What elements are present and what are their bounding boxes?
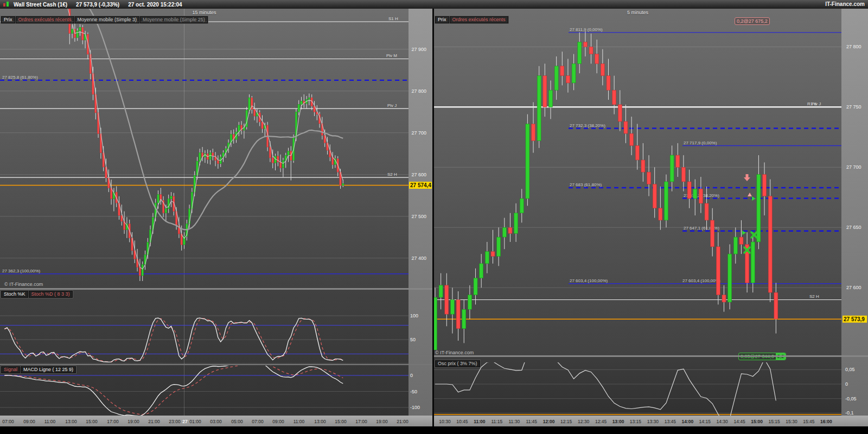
candle xyxy=(288,148,289,162)
candle xyxy=(716,232,720,304)
title-bar[interactable]: Wall Street Cash (1€) 27 573,9 (-0,33%) … xyxy=(0,0,868,9)
right-price-levels: 27 811,9 (0,00%)Piv JR1 d27 732,3 (38,20… xyxy=(434,27,841,319)
candle xyxy=(537,66,541,148)
last-price: 27 573,9 (-0,33%) xyxy=(76,2,119,8)
svg-text:R1 d: R1 d xyxy=(807,101,816,106)
candle xyxy=(618,90,622,131)
svg-text:07:00: 07:00 xyxy=(2,419,14,424)
svg-text:12:00: 12:00 xyxy=(543,419,555,424)
osc-tab-0[interactable]: Osc prix ( 3% 7%) xyxy=(435,360,480,367)
svg-text:100: 100 xyxy=(410,313,418,318)
candle xyxy=(681,155,685,192)
svg-text:13:00: 13:00 xyxy=(314,419,326,424)
svg-text:21:00: 21:00 xyxy=(148,419,160,424)
right-panel-divider[interactable] xyxy=(434,355,868,357)
candle xyxy=(246,107,247,130)
candle xyxy=(566,59,570,92)
svg-text:11:00: 11:00 xyxy=(44,419,56,424)
quote-datetime: 27 oct. 2020 15:22:04 xyxy=(128,2,182,8)
svg-text:27 600: 27 600 xyxy=(846,285,861,290)
right-price-tab-1[interactable]: Ordres exécutés récents xyxy=(450,16,508,23)
svg-text:-100: -100 xyxy=(410,405,420,410)
osc-panel[interactable]: 0,050-0,05-0,1 xyxy=(434,332,857,423)
svg-text:0: 0 xyxy=(845,381,848,387)
macd-tab-1[interactable]: MACD Ligne ( 12 25 9) xyxy=(21,366,76,373)
left-candles-layer[interactable] xyxy=(4,0,344,290)
svg-text:-0,05: -0,05 xyxy=(845,396,857,401)
right-price-tab-0[interactable]: Prix xyxy=(435,16,449,23)
stoch-d-line xyxy=(4,318,343,362)
svg-text:17:00: 17:00 xyxy=(355,419,367,424)
candle xyxy=(526,114,529,206)
candle xyxy=(572,54,576,91)
svg-text:S2 H: S2 H xyxy=(809,294,819,299)
candle xyxy=(209,150,211,164)
candle xyxy=(485,242,489,273)
candle xyxy=(659,187,662,230)
candle xyxy=(757,155,761,249)
svg-text:-50: -50 xyxy=(410,389,417,394)
svg-text:11:00: 11:00 xyxy=(474,419,486,424)
candle xyxy=(774,283,778,333)
candle xyxy=(204,150,206,163)
svg-text:27: 27 xyxy=(182,419,188,424)
candle xyxy=(308,93,310,105)
svg-text:27 362,3 (100,00%): 27 362,3 (100,00%) xyxy=(2,269,41,273)
candle xyxy=(670,145,674,191)
candle xyxy=(139,259,141,282)
left-price-tab-2[interactable]: Moyenne mobile (Simple 3) xyxy=(75,16,140,23)
stoch-panel[interactable]: 10050 xyxy=(0,313,418,363)
svg-text:19:00: 19:00 xyxy=(127,419,139,424)
candle xyxy=(711,208,714,257)
stoch-tab-1[interactable]: Stoch %D ( 8 3 3) xyxy=(29,291,73,298)
candle xyxy=(170,192,172,207)
candle xyxy=(79,24,81,36)
chart-split-divider[interactable] xyxy=(432,9,434,426)
right-timeframe-label: 5 minutes xyxy=(434,10,841,15)
stoch-tab-0[interactable]: Stoch %K xyxy=(1,291,28,298)
left-price-tab-1[interactable]: Ordres exécutés récents xyxy=(16,16,74,23)
exit-cross-icon xyxy=(751,232,757,238)
candle xyxy=(290,146,292,180)
candle xyxy=(439,273,443,310)
macd-tab-0[interactable]: Signal xyxy=(1,366,20,373)
candle xyxy=(331,152,333,169)
left-price-tab-0[interactable]: Prix xyxy=(1,16,15,23)
svg-text:27 811,9 (0,00%): 27 811,9 (0,00%) xyxy=(570,27,603,32)
candle xyxy=(321,117,323,139)
left-chart-layer[interactable]: S1 HPiv M27 825,8 (61,80%)Piv JS2 H27 36… xyxy=(0,0,432,424)
svg-text:27 800: 27 800 xyxy=(411,88,426,94)
candle xyxy=(256,108,258,123)
candle xyxy=(126,217,127,238)
svg-text:27 600: 27 600 xyxy=(411,172,426,177)
left-indicator-divider[interactable] xyxy=(0,364,432,365)
brand-label: IT-Finance.com xyxy=(825,1,865,7)
svg-text:11:15: 11:15 xyxy=(492,419,503,424)
svg-text:12:30: 12:30 xyxy=(578,419,590,424)
app-logo-icon xyxy=(3,1,10,8)
svg-text:27 573,9: 27 573,9 xyxy=(844,316,865,322)
svg-text:27 750: 27 750 xyxy=(846,104,861,110)
candle xyxy=(144,251,146,270)
svg-text:10:45: 10:45 xyxy=(456,419,468,424)
svg-text:27 900: 27 900 xyxy=(411,47,426,52)
svg-text:09:00: 09:00 xyxy=(272,419,284,424)
svg-text:S2 H: S2 H xyxy=(387,172,397,177)
candle xyxy=(303,94,305,108)
svg-text:27 800: 27 800 xyxy=(846,44,861,49)
trade-markers[interactable] xyxy=(742,174,757,253)
candle xyxy=(282,158,284,177)
candle xyxy=(450,288,454,333)
candle xyxy=(514,203,518,242)
left-price-tab-3[interactable]: Moyenne mobile (Simple 25) xyxy=(140,16,208,23)
sell-order-badge[interactable]: 0,2@27 675,2 xyxy=(735,17,770,25)
instrument-name: Wall Street Cash (1€) xyxy=(14,2,67,8)
candle xyxy=(560,52,564,85)
right-candles-layer[interactable] xyxy=(433,31,778,362)
left-panel-divider[interactable] xyxy=(0,288,432,290)
svg-text:27 825,8 (61,80%): 27 825,8 (61,80%) xyxy=(2,75,38,80)
chart-canvas[interactable]: S1 HPiv M27 825,8 (61,80%)Piv JS2 H27 36… xyxy=(0,0,868,434)
candle xyxy=(635,124,639,169)
candle xyxy=(578,33,582,73)
svg-text:14:30: 14:30 xyxy=(717,419,729,424)
